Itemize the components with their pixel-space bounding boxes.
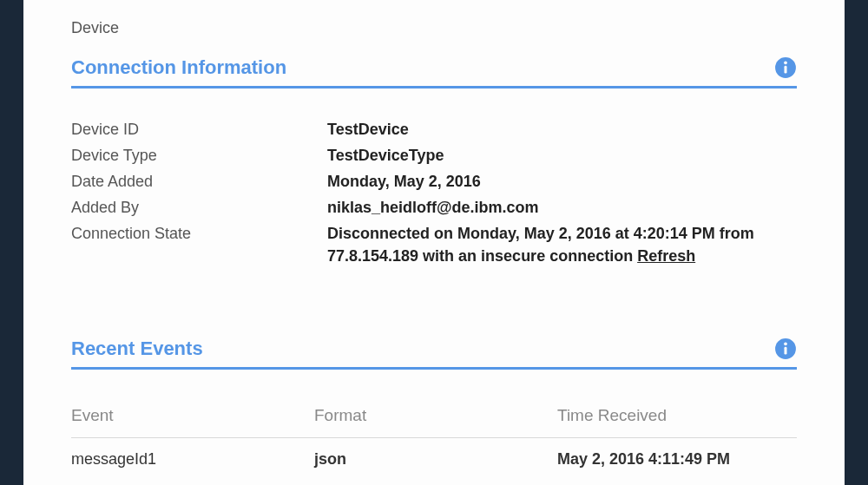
col-header-time: Time Received	[557, 406, 797, 425]
row-date-added: Date Added Monday, May 2, 2016	[71, 168, 797, 194]
value-added-by: niklas_heidloff@de.ibm.com	[327, 196, 797, 219]
label-date-added: Date Added	[71, 170, 327, 193]
cell-time: May 2, 2016 4:11:49 PM	[557, 450, 797, 469]
svg-rect-4	[784, 346, 786, 354]
events-table: Event Format Time Received messageId1 js…	[71, 370, 797, 481]
col-header-event: Event	[71, 406, 314, 425]
label-device-id: Device ID	[71, 118, 327, 141]
col-header-format: Format	[314, 406, 557, 425]
value-date-added: Monday, May 2, 2016	[327, 170, 797, 193]
connection-section-title: Connection Information	[71, 56, 286, 79]
svg-point-2	[784, 62, 787, 65]
value-device-id: TestDevice	[327, 118, 797, 141]
row-device-id: Device ID TestDevice	[71, 116, 797, 142]
label-device-type: Device Type	[71, 144, 327, 167]
device-modal: Device Connection Information Device ID …	[23, 0, 845, 485]
cell-event: messageId1	[71, 450, 314, 469]
info-icon[interactable]	[774, 56, 797, 79]
row-connection-state: Connection State Disconnected on Monday,…	[71, 220, 797, 269]
connection-section-header: Connection Information	[71, 56, 797, 88]
row-added-by: Added By niklas_heidloff@de.ibm.com	[71, 194, 797, 220]
events-section-title: Recent Events	[71, 338, 203, 360]
events-section-header: Recent Events	[71, 338, 797, 370]
events-header-row: Event Format Time Received	[71, 394, 797, 438]
label-connection-state: Connection State	[71, 222, 327, 245]
info-icon[interactable]	[774, 338, 797, 360]
table-row[interactable]: messageId1 json May 2, 2016 4:11:49 PM	[71, 438, 797, 481]
section-gap	[71, 305, 797, 338]
svg-rect-1	[784, 66, 786, 74]
row-device-type: Device Type TestDeviceType	[71, 142, 797, 168]
page-label: Device	[71, 9, 797, 56]
label-added-by: Added By	[71, 196, 327, 219]
svg-point-5	[784, 342, 787, 345]
connection-details: Device ID TestDevice Device Type TestDev…	[71, 88, 797, 305]
cell-format: json	[314, 450, 557, 469]
value-connection-state: Disconnected on Monday, May 2, 2016 at 4…	[327, 222, 797, 267]
value-device-type: TestDeviceType	[327, 144, 797, 167]
refresh-link[interactable]: Refresh	[637, 247, 695, 265]
